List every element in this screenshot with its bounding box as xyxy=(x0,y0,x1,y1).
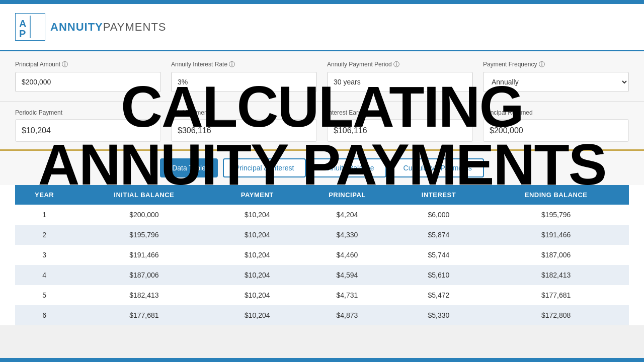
logo-container: A P ANNUITYPAYMENTS xyxy=(15,13,167,41)
rate-label: Annuity Interest Rate ⓘ xyxy=(171,60,317,69)
table-row: 2$195,796$10,204$4,330$5,874$191,466 xyxy=(15,225,629,245)
period-label: Annuity Payment Period ⓘ xyxy=(327,60,473,69)
cell-1-5: $191,466 xyxy=(483,225,629,245)
cell-0-5: $195,796 xyxy=(483,205,629,225)
total-label: Total Payments xyxy=(171,109,317,116)
principal-returned-label: Principal Returned xyxy=(483,109,629,116)
table-row: 6$177,681$10,204$4,873$5,330$172,808 xyxy=(15,305,629,325)
cell-5-5: $172,808 xyxy=(483,305,629,325)
table-row: 5$182,413$10,204$4,731$5,472$177,681 xyxy=(15,285,629,305)
col-payment: PAYMENT xyxy=(214,185,300,205)
rate-input-group: Annuity Interest Rate ⓘ xyxy=(171,60,317,92)
cell-1-3: $4,330 xyxy=(300,225,394,245)
total-result: Total Payments $306,116 xyxy=(171,109,317,142)
cell-2-0: 3 xyxy=(15,245,73,265)
results-section: Periodic Payment $10,204 Total Payments … xyxy=(0,102,644,151)
cell-1-4: $5,874 xyxy=(394,225,484,245)
cell-2-2: $10,204 xyxy=(214,245,300,265)
data-table: YEAR INITIAL BALANCE PAYMENT PRINCIPAL I… xyxy=(15,185,629,325)
cell-3-5: $182,413 xyxy=(483,265,629,285)
frequency-label: Payment Frequency ⓘ xyxy=(483,60,629,69)
top-bar xyxy=(0,0,644,4)
periodic-result: Periodic Payment $10,204 xyxy=(15,109,161,142)
cell-1-0: 2 xyxy=(15,225,73,245)
principal-input-group: Principal Amount ⓘ xyxy=(15,60,161,92)
col-initial-balance: INITIAL BALANCE xyxy=(73,185,214,205)
cell-5-1: $177,681 xyxy=(73,305,214,325)
interest-label: Interest Earned xyxy=(327,109,473,116)
periodic-label: Periodic Payment xyxy=(15,109,161,116)
inputs-section: Principal Amount ⓘ Annuity Interest Rate… xyxy=(0,51,644,102)
header: A P ANNUITYPAYMENTS xyxy=(0,4,644,51)
principal-input[interactable] xyxy=(15,72,161,92)
total-value: $306,116 xyxy=(171,119,317,142)
cell-0-0: 1 xyxy=(15,205,73,225)
period-input-group: Annuity Payment Period ⓘ xyxy=(327,60,473,92)
svg-text:A: A xyxy=(19,18,26,29)
rate-input[interactable] xyxy=(171,72,317,92)
tabs-section: Data Table Principal & Interest Annuity … xyxy=(0,151,644,185)
interest-value: $106,116 xyxy=(327,119,473,142)
cell-5-3: $4,873 xyxy=(300,305,394,325)
col-year: YEAR xyxy=(15,185,73,205)
table-header-row: YEAR INITIAL BALANCE PAYMENT PRINCIPAL I… xyxy=(15,185,629,205)
interest-result: Interest Earned $106,116 xyxy=(327,109,473,142)
cell-0-2: $10,204 xyxy=(214,205,300,225)
principal-label: Principal Amount ⓘ xyxy=(15,60,161,69)
cell-1-1: $195,796 xyxy=(73,225,214,245)
tab-cumulative-payments[interactable]: Cumulative Payments xyxy=(391,158,484,177)
frequency-select[interactable]: Annually Monthly Quarterly Semi-Annually xyxy=(483,72,629,92)
cell-4-2: $10,204 xyxy=(214,285,300,305)
cell-4-1: $182,413 xyxy=(73,285,214,305)
cell-0-1: $200,000 xyxy=(73,205,214,225)
period-input[interactable] xyxy=(327,72,473,92)
cell-3-4: $5,610 xyxy=(394,265,484,285)
cell-3-0: 4 xyxy=(15,265,73,285)
cell-3-2: $10,204 xyxy=(214,265,300,285)
cell-2-3: $4,460 xyxy=(300,245,394,265)
cell-5-2: $10,204 xyxy=(214,305,300,325)
cell-4-4: $5,472 xyxy=(394,285,484,305)
cell-3-3: $4,594 xyxy=(300,265,394,285)
table-row: 1$200,000$10,204$4,204$6,000$195,796 xyxy=(15,205,629,225)
table-row: 4$187,006$10,204$4,594$5,610$182,413 xyxy=(15,265,629,285)
tab-principal-interest[interactable]: Principal & Interest xyxy=(223,158,306,177)
cell-0-3: $4,204 xyxy=(300,205,394,225)
svg-text:P: P xyxy=(19,28,26,39)
cell-5-4: $5,330 xyxy=(394,305,484,325)
cell-4-0: 5 xyxy=(15,285,73,305)
col-interest: INTEREST xyxy=(394,185,484,205)
tab-annuity-balance[interactable]: Annuity Balance xyxy=(311,158,386,177)
cell-2-4: $5,744 xyxy=(394,245,484,265)
logo-text: ANNUITYPAYMENTS xyxy=(50,21,167,34)
col-ending-balance: ENDING BALANCE xyxy=(483,185,629,205)
tab-data-table[interactable]: Data Table xyxy=(160,158,218,177)
cell-2-1: $191,466 xyxy=(73,245,214,265)
cell-3-1: $187,006 xyxy=(73,265,214,285)
principal-returned-value: $200,000 xyxy=(483,119,629,142)
cell-5-0: 6 xyxy=(15,305,73,325)
table-row: 3$191,466$10,204$4,460$5,744$187,006 xyxy=(15,245,629,265)
col-principal: PRINCIPAL xyxy=(300,185,394,205)
logo-box: A P xyxy=(15,13,45,41)
cell-4-5: $177,681 xyxy=(483,285,629,305)
bottom-bar xyxy=(0,358,644,362)
periodic-value: $10,204 xyxy=(15,119,161,142)
cell-2-5: $187,006 xyxy=(483,245,629,265)
frequency-input-group: Payment Frequency ⓘ Annually Monthly Qua… xyxy=(483,60,629,92)
cell-1-2: $10,204 xyxy=(214,225,300,245)
cell-0-4: $6,000 xyxy=(394,205,484,225)
principal-result: Principal Returned $200,000 xyxy=(483,109,629,142)
cell-4-3: $4,731 xyxy=(300,285,394,305)
table-section: YEAR INITIAL BALANCE PAYMENT PRINCIPAL I… xyxy=(0,185,644,325)
